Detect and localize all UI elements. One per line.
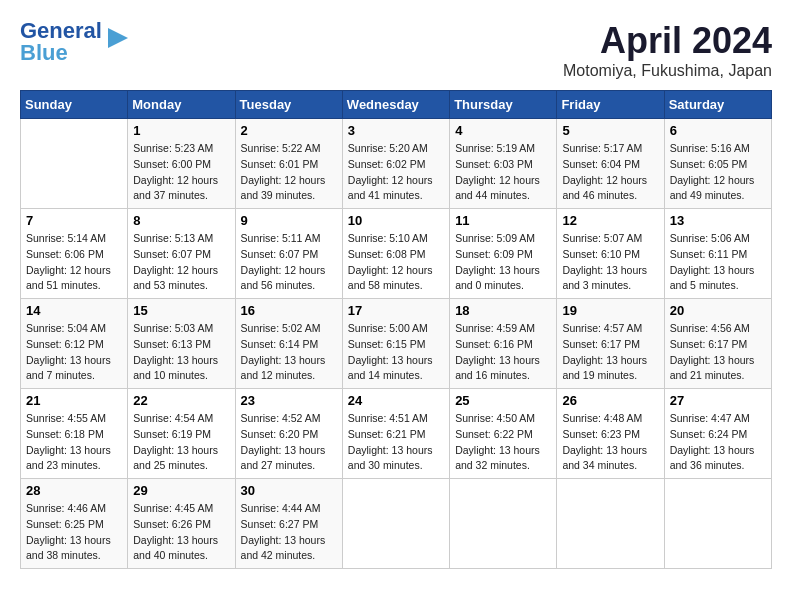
- cell-content: Sunrise: 5:13 AM Sunset: 6:07 PM Dayligh…: [133, 231, 229, 294]
- day-number: 9: [241, 213, 337, 228]
- calendar-week-row: 21Sunrise: 4:55 AM Sunset: 6:18 PM Dayli…: [21, 389, 772, 479]
- weekday-header-tuesday: Tuesday: [235, 91, 342, 119]
- calendar-cell: 11Sunrise: 5:09 AM Sunset: 6:09 PM Dayli…: [450, 209, 557, 299]
- calendar-cell: 6Sunrise: 5:16 AM Sunset: 6:05 PM Daylig…: [664, 119, 771, 209]
- day-number: 8: [133, 213, 229, 228]
- calendar-cell: 19Sunrise: 4:57 AM Sunset: 6:17 PM Dayli…: [557, 299, 664, 389]
- calendar-cell: 8Sunrise: 5:13 AM Sunset: 6:07 PM Daylig…: [128, 209, 235, 299]
- calendar-cell: 7Sunrise: 5:14 AM Sunset: 6:06 PM Daylig…: [21, 209, 128, 299]
- day-number: 24: [348, 393, 444, 408]
- calendar-week-row: 14Sunrise: 5:04 AM Sunset: 6:12 PM Dayli…: [21, 299, 772, 389]
- day-number: 30: [241, 483, 337, 498]
- day-number: 23: [241, 393, 337, 408]
- calendar-cell: 18Sunrise: 4:59 AM Sunset: 6:16 PM Dayli…: [450, 299, 557, 389]
- calendar-week-row: 1Sunrise: 5:23 AM Sunset: 6:00 PM Daylig…: [21, 119, 772, 209]
- day-number: 28: [26, 483, 122, 498]
- calendar-cell: 24Sunrise: 4:51 AM Sunset: 6:21 PM Dayli…: [342, 389, 449, 479]
- cell-content: Sunrise: 5:04 AM Sunset: 6:12 PM Dayligh…: [26, 321, 122, 384]
- day-number: 7: [26, 213, 122, 228]
- day-number: 27: [670, 393, 766, 408]
- day-number: 3: [348, 123, 444, 138]
- day-number: 22: [133, 393, 229, 408]
- cell-content: Sunrise: 5:03 AM Sunset: 6:13 PM Dayligh…: [133, 321, 229, 384]
- weekday-header-friday: Friday: [557, 91, 664, 119]
- cell-content: Sunrise: 5:10 AM Sunset: 6:08 PM Dayligh…: [348, 231, 444, 294]
- cell-content: Sunrise: 4:47 AM Sunset: 6:24 PM Dayligh…: [670, 411, 766, 474]
- cell-content: Sunrise: 4:57 AM Sunset: 6:17 PM Dayligh…: [562, 321, 658, 384]
- calendar-cell: 13Sunrise: 5:06 AM Sunset: 6:11 PM Dayli…: [664, 209, 771, 299]
- calendar-cell: 9Sunrise: 5:11 AM Sunset: 6:07 PM Daylig…: [235, 209, 342, 299]
- day-number: 12: [562, 213, 658, 228]
- cell-content: Sunrise: 5:11 AM Sunset: 6:07 PM Dayligh…: [241, 231, 337, 294]
- calendar-cell: [21, 119, 128, 209]
- day-number: 16: [241, 303, 337, 318]
- calendar-cell: 3Sunrise: 5:20 AM Sunset: 6:02 PM Daylig…: [342, 119, 449, 209]
- day-number: 5: [562, 123, 658, 138]
- day-number: 17: [348, 303, 444, 318]
- day-number: 11: [455, 213, 551, 228]
- calendar-cell: 16Sunrise: 5:02 AM Sunset: 6:14 PM Dayli…: [235, 299, 342, 389]
- cell-content: Sunrise: 5:14 AM Sunset: 6:06 PM Dayligh…: [26, 231, 122, 294]
- calendar-cell: 17Sunrise: 5:00 AM Sunset: 6:15 PM Dayli…: [342, 299, 449, 389]
- calendar-cell: 1Sunrise: 5:23 AM Sunset: 6:00 PM Daylig…: [128, 119, 235, 209]
- calendar-cell: 14Sunrise: 5:04 AM Sunset: 6:12 PM Dayli…: [21, 299, 128, 389]
- cell-content: Sunrise: 4:51 AM Sunset: 6:21 PM Dayligh…: [348, 411, 444, 474]
- day-number: 14: [26, 303, 122, 318]
- day-number: 20: [670, 303, 766, 318]
- cell-content: Sunrise: 5:07 AM Sunset: 6:10 PM Dayligh…: [562, 231, 658, 294]
- title-block: April 2024 Motomiya, Fukushima, Japan: [563, 20, 772, 80]
- calendar-cell: 20Sunrise: 4:56 AM Sunset: 6:17 PM Dayli…: [664, 299, 771, 389]
- calendar-cell: 25Sunrise: 4:50 AM Sunset: 6:22 PM Dayli…: [450, 389, 557, 479]
- header: General Blue April 2024 Motomiya, Fukush…: [20, 20, 772, 80]
- cell-content: Sunrise: 5:19 AM Sunset: 6:03 PM Dayligh…: [455, 141, 551, 204]
- day-number: 2: [241, 123, 337, 138]
- svg-marker-0: [108, 28, 128, 48]
- cell-content: Sunrise: 4:54 AM Sunset: 6:19 PM Dayligh…: [133, 411, 229, 474]
- cell-content: Sunrise: 5:20 AM Sunset: 6:02 PM Dayligh…: [348, 141, 444, 204]
- calendar-cell: [664, 479, 771, 569]
- day-number: 18: [455, 303, 551, 318]
- calendar-cell: 27Sunrise: 4:47 AM Sunset: 6:24 PM Dayli…: [664, 389, 771, 479]
- cell-content: Sunrise: 5:17 AM Sunset: 6:04 PM Dayligh…: [562, 141, 658, 204]
- calendar-cell: 5Sunrise: 5:17 AM Sunset: 6:04 PM Daylig…: [557, 119, 664, 209]
- day-number: 19: [562, 303, 658, 318]
- day-number: 15: [133, 303, 229, 318]
- calendar-cell: [342, 479, 449, 569]
- cell-content: Sunrise: 5:22 AM Sunset: 6:01 PM Dayligh…: [241, 141, 337, 204]
- logo-text: General Blue: [20, 20, 102, 64]
- calendar-week-row: 28Sunrise: 4:46 AM Sunset: 6:25 PM Dayli…: [21, 479, 772, 569]
- day-number: 21: [26, 393, 122, 408]
- cell-content: Sunrise: 4:59 AM Sunset: 6:16 PM Dayligh…: [455, 321, 551, 384]
- calendar-cell: 12Sunrise: 5:07 AM Sunset: 6:10 PM Dayli…: [557, 209, 664, 299]
- cell-content: Sunrise: 4:48 AM Sunset: 6:23 PM Dayligh…: [562, 411, 658, 474]
- calendar-header-row: SundayMondayTuesdayWednesdayThursdayFrid…: [21, 91, 772, 119]
- calendar-cell: 26Sunrise: 4:48 AM Sunset: 6:23 PM Dayli…: [557, 389, 664, 479]
- day-number: 25: [455, 393, 551, 408]
- page-title: April 2024: [563, 20, 772, 62]
- cell-content: Sunrise: 5:02 AM Sunset: 6:14 PM Dayligh…: [241, 321, 337, 384]
- calendar-cell: 28Sunrise: 4:46 AM Sunset: 6:25 PM Dayli…: [21, 479, 128, 569]
- weekday-header-thursday: Thursday: [450, 91, 557, 119]
- weekday-header-saturday: Saturday: [664, 91, 771, 119]
- cell-content: Sunrise: 4:52 AM Sunset: 6:20 PM Dayligh…: [241, 411, 337, 474]
- calendar-table: SundayMondayTuesdayWednesdayThursdayFrid…: [20, 90, 772, 569]
- logo-icon: [104, 24, 132, 52]
- day-number: 4: [455, 123, 551, 138]
- weekday-header-monday: Monday: [128, 91, 235, 119]
- calendar-cell: [557, 479, 664, 569]
- weekday-header-sunday: Sunday: [21, 91, 128, 119]
- weekday-header-wednesday: Wednesday: [342, 91, 449, 119]
- calendar-cell: 30Sunrise: 4:44 AM Sunset: 6:27 PM Dayli…: [235, 479, 342, 569]
- cell-content: Sunrise: 5:06 AM Sunset: 6:11 PM Dayligh…: [670, 231, 766, 294]
- cell-content: Sunrise: 4:45 AM Sunset: 6:26 PM Dayligh…: [133, 501, 229, 564]
- day-number: 10: [348, 213, 444, 228]
- cell-content: Sunrise: 5:00 AM Sunset: 6:15 PM Dayligh…: [348, 321, 444, 384]
- logo: General Blue: [20, 20, 132, 64]
- page-subtitle: Motomiya, Fukushima, Japan: [563, 62, 772, 80]
- calendar-cell: 2Sunrise: 5:22 AM Sunset: 6:01 PM Daylig…: [235, 119, 342, 209]
- cell-content: Sunrise: 5:09 AM Sunset: 6:09 PM Dayligh…: [455, 231, 551, 294]
- day-number: 1: [133, 123, 229, 138]
- calendar-cell: 10Sunrise: 5:10 AM Sunset: 6:08 PM Dayli…: [342, 209, 449, 299]
- calendar-cell: 23Sunrise: 4:52 AM Sunset: 6:20 PM Dayli…: [235, 389, 342, 479]
- cell-content: Sunrise: 4:44 AM Sunset: 6:27 PM Dayligh…: [241, 501, 337, 564]
